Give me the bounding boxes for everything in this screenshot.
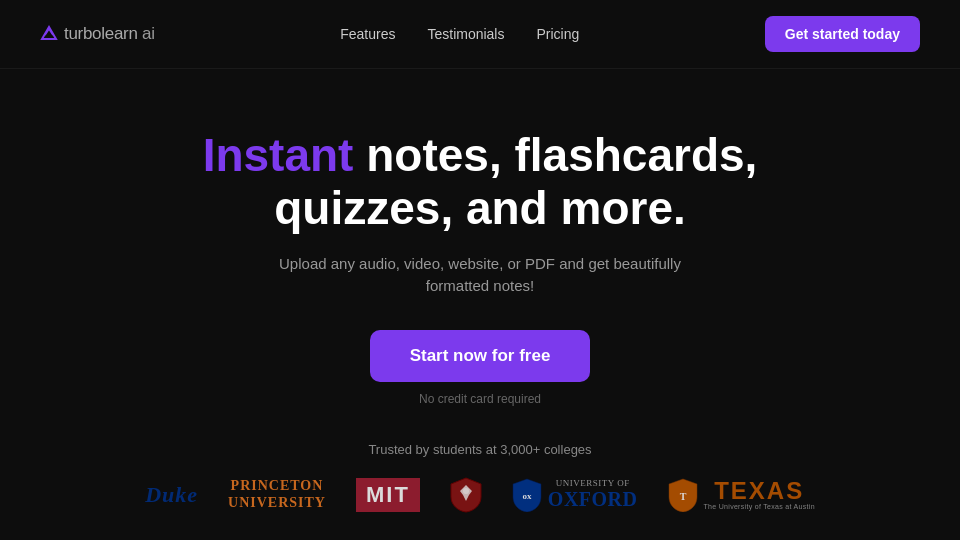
hero-subtext: Upload any audio, video, website, or PDF…	[250, 253, 710, 298]
princeton-logo: PRINCETONUNIVERSITY	[228, 478, 326, 512]
oxford-icon: ox	[512, 478, 542, 512]
start-now-button[interactable]: Start now for free	[370, 330, 591, 382]
logo-text: turbolearn ai	[64, 24, 155, 44]
trusted-label: Trusted by students at 3,000+ colleges	[368, 442, 591, 457]
get-started-button[interactable]: Get started today	[765, 16, 920, 52]
logo-icon	[40, 25, 58, 43]
oxford-logo: ox UNIVERSITY OF OXFORD	[512, 478, 638, 512]
svg-text:T: T	[679, 491, 686, 502]
texas-icon: T	[668, 478, 698, 512]
nav-link-pricing[interactable]: Pricing	[536, 26, 579, 42]
logo[interactable]: turbolearn ai	[40, 24, 155, 44]
nav-link-testimonials[interactable]: Testimonials	[427, 26, 504, 42]
texas-logo: T TEXAS The University of Texas at Austi…	[668, 478, 815, 512]
nav-links: Features Testimonials Pricing	[340, 26, 579, 42]
hero-accent: Instant	[203, 129, 354, 181]
nav-link-features[interactable]: Features	[340, 26, 395, 42]
stanford-icon	[450, 477, 482, 513]
hero-headline: Instant notes, flashcards, quizzes, and …	[180, 129, 780, 235]
svg-point-0	[463, 488, 469, 494]
stanford-logo	[450, 477, 482, 513]
universities-row: Duke PRINCETONUNIVERSITY MIT ox UNIVE	[125, 477, 835, 513]
duke-logo: Duke	[145, 482, 198, 508]
navbar: turbolearn ai Features Testimonials Pric…	[0, 0, 960, 69]
svg-text:ox: ox	[522, 491, 532, 501]
hero-section: Instant notes, flashcards, quizzes, and …	[0, 69, 960, 540]
mit-logo: MIT	[356, 478, 420, 512]
no-credit-card-label: No credit card required	[419, 392, 541, 406]
